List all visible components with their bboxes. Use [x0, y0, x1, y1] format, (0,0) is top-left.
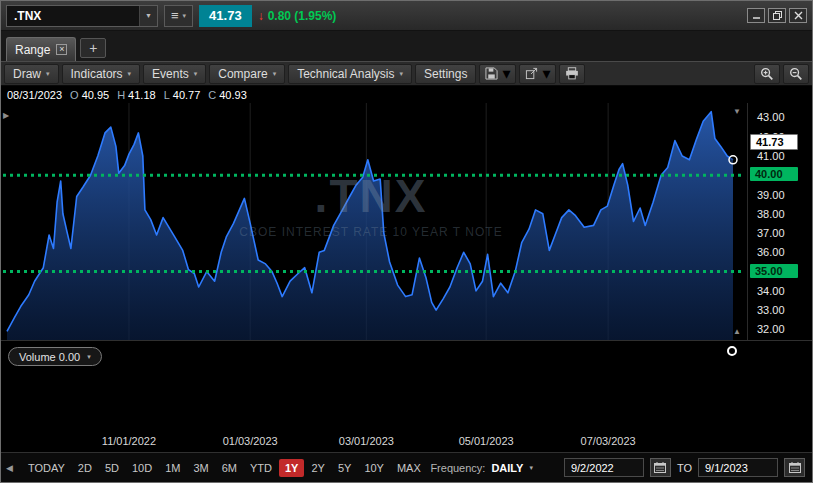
toolbar: Draw▾Indicators▾Events▾Compare▾Technical… — [1, 61, 812, 86]
price-axis-label: 32.00 — [757, 323, 785, 335]
ohlc-field-l: L40.77 — [164, 89, 201, 101]
frequency-label: Frequency: — [430, 462, 485, 474]
to-date-calendar-button[interactable] — [784, 458, 805, 477]
price-axis-label: 34.00 — [757, 285, 785, 297]
zoom-in-button[interactable] — [754, 64, 780, 84]
export-button[interactable]: ▾ — [519, 64, 556, 84]
save-button[interactable]: ▾ — [479, 64, 516, 84]
tab-range[interactable]: Range × — [6, 37, 76, 61]
range-button-6m[interactable]: 6M — [216, 459, 243, 477]
to-label: TO — [677, 462, 692, 474]
print-button[interactable] — [559, 64, 585, 84]
price-plot-svg — [3, 103, 743, 340]
range-button-1y[interactable]: 1Y — [279, 459, 304, 477]
range-button-1m[interactable]: 1M — [159, 459, 186, 477]
chevron-down-icon: ▾ — [273, 70, 277, 78]
price-axis[interactable]: 43.0042.0041.0040.0039.0038.0037.0036.00… — [747, 103, 812, 340]
axis-scroll-down-icon[interactable]: ▲ — [733, 328, 741, 336]
chevron-down-icon: ▾ — [46, 70, 50, 78]
chevron-down-icon: ▾ — [400, 70, 404, 78]
price-change: ↓ 0.80 (1.95%) — [258, 9, 337, 23]
toolbar-button-label: Draw — [13, 67, 41, 81]
volume-indicator-chip[interactable]: Volume 0.00 ▾ — [8, 347, 102, 366]
toolbar-button-indicators[interactable]: Indicators▾ — [62, 64, 141, 84]
time-axis-label: 11/01/2022 — [102, 435, 156, 447]
toolbar-buttons: Draw▾Indicators▾Events▾Compare▾Technical… — [4, 64, 476, 84]
range-button-ytd[interactable]: YTD — [244, 459, 278, 477]
zoom-out-button[interactable] — [783, 64, 809, 84]
toolbar-button-events[interactable]: Events▾ — [143, 64, 206, 84]
frequency-value: DAILY — [491, 462, 523, 474]
price-axis-label: 43.00 — [757, 111, 785, 123]
time-axis[interactable]: 11/01/202201/03/202303/01/202305/01/2023… — [1, 432, 812, 453]
time-axis-label: 01/03/2023 — [223, 435, 278, 447]
pan-left-edge-icon[interactable]: ▶ — [3, 112, 9, 120]
restore-button[interactable] — [768, 8, 786, 23]
chevron-down-icon[interactable]: ▼ — [139, 6, 157, 26]
date-range-controls: TO — [564, 458, 805, 477]
zoom-out-icon — [789, 67, 803, 81]
ohlc-date: 08/31/2023 — [7, 89, 62, 101]
range-button-2d[interactable]: 2D — [72, 459, 98, 477]
range-button-max[interactable]: MAX — [391, 459, 427, 477]
range-button-3m[interactable]: 3M — [187, 459, 214, 477]
from-date-input[interactable] — [564, 458, 644, 477]
last-price-tag: 41.73 — [750, 134, 798, 150]
ohlc-fields: O40.95H41.18L40.77C40.93 — [70, 89, 247, 101]
chevron-down-icon: ▾ — [542, 64, 550, 83]
menu-button[interactable]: ≡ ▾ — [164, 5, 193, 27]
volume-label: Volume 0.00 — [19, 351, 80, 363]
title-bar: .TNX ▼ ≡ ▾ 41.73 ↓ 0.80 (1.95%) — [1, 1, 812, 31]
toolbar-button-draw[interactable]: Draw▾ — [4, 64, 59, 84]
time-axis-label: 07/03/2023 — [581, 435, 636, 447]
frequency-control[interactable]: Frequency: DAILY ▾ — [430, 462, 533, 474]
bottom-toolbar: ◀ TODAY2D5D10D1M3M6MYTD1Y2Y5Y10YMAX Freq… — [1, 453, 812, 482]
symbol-dropdown[interactable]: .TNX ▼ — [6, 5, 158, 27]
pan-left-icon[interactable]: ◀ — [6, 463, 13, 473]
toolbar-button-label: Technical Analysis — [297, 67, 394, 81]
chevron-down-icon: ▾ — [183, 12, 187, 19]
toolbar-button-settings[interactable]: Settings — [415, 64, 476, 84]
to-date-input[interactable] — [698, 458, 778, 477]
chart-window: .TNX ▼ ≡ ▾ 41.73 ↓ 0.80 (1.95%) Range — [0, 0, 813, 483]
close-icon — [794, 11, 803, 20]
price-axis-label: 39.00 — [757, 189, 785, 201]
minimize-button[interactable] — [747, 8, 765, 23]
down-arrow-icon: ↓ — [258, 9, 264, 23]
range-buttons: TODAY2D5D10D1M3M6MYTD1Y2Y5Y10YMAX — [22, 459, 427, 477]
range-button-10y[interactable]: 10Y — [358, 459, 390, 477]
toolbar-button-label: Settings — [424, 67, 467, 81]
range-button-5y[interactable]: 5Y — [332, 459, 357, 477]
price-chart-pane[interactable]: .TNX CBOE INTEREST RATE 10 YEAR T NOTE 4… — [1, 103, 812, 340]
chevron-down-icon: ▾ — [128, 70, 132, 78]
axis-scroll-up-icon[interactable]: ▼ — [733, 108, 741, 116]
tab-bar: Range × + — [1, 31, 812, 61]
range-button-5d[interactable]: 5D — [99, 459, 125, 477]
price-axis-label: 36.00 — [757, 246, 785, 258]
minimize-icon — [752, 11, 761, 20]
chevron-down-icon: ▾ — [529, 464, 533, 472]
chevron-down-icon: ▾ — [502, 64, 510, 83]
last-price-badge: 41.73 — [199, 5, 252, 27]
range-button-10d[interactable]: 10D — [126, 459, 158, 477]
restore-icon — [773, 11, 782, 20]
add-tab-button[interactable]: + — [80, 38, 106, 58]
volume-last-value-marker — [727, 346, 737, 356]
toolbar-button-technical-analysis[interactable]: Technical Analysis▾ — [288, 64, 412, 84]
chevron-down-icon: ▾ — [87, 353, 91, 361]
tab-close-icon[interactable]: × — [56, 44, 67, 55]
zoom-in-icon — [760, 67, 774, 81]
range-button-today[interactable]: TODAY — [22, 459, 71, 477]
ohlc-field-h: H41.18 — [117, 89, 155, 101]
from-date-calendar-button[interactable] — [650, 458, 671, 477]
export-icon — [525, 67, 538, 80]
tab-label: Range — [15, 43, 50, 57]
range-button-2y[interactable]: 2Y — [305, 459, 330, 477]
window-controls — [747, 8, 807, 23]
close-button[interactable] — [789, 8, 807, 23]
price-axis-label: 37.00 — [757, 227, 785, 239]
toolbar-button-compare[interactable]: Compare▾ — [209, 64, 285, 84]
volume-pane[interactable]: Volume 0.00 ▾ — [1, 340, 812, 432]
hline-price-tag: 35.00 — [750, 264, 798, 278]
calendar-icon — [654, 462, 666, 473]
